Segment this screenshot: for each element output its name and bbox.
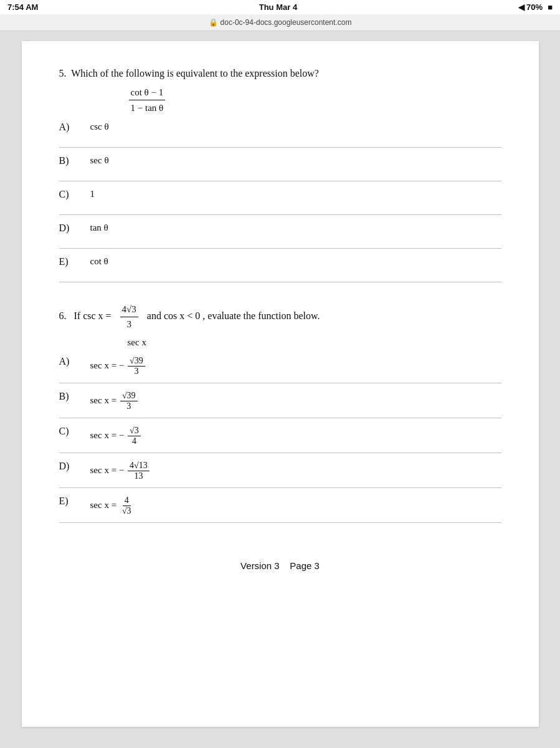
url-text: doc-0c-94-docs.googleusercontent.com [221, 18, 352, 27]
q6-option-d: D) sec x = − 4√13 13 [59, 459, 501, 488]
question-5-block: 5. Which of the following is equivalent … [59, 66, 501, 282]
question-6-intro: If csc x = [74, 310, 112, 321]
status-time: 7:54 AM [7, 2, 38, 12]
q6-label-b: B) [59, 390, 90, 402]
lock-icon: 🔒 [209, 18, 218, 27]
browser-bar: 🔒 doc-0c-94-docs.googleusercontent.com [0, 14, 560, 31]
q6-option-c: C) sec x = − √3 4 [59, 424, 501, 453]
q5-denominator: 1 − tan θ [129, 100, 166, 115]
q5-label-b: B) [59, 154, 90, 166]
q6e-num: 4 [123, 496, 131, 506]
q6-content-e: sec x = 4 √3 [90, 494, 135, 516]
q6-csc-num: 4√3 [120, 302, 138, 317]
status-day: Thu Mar 4 [259, 2, 297, 12]
q5-label-e: E) [59, 255, 90, 267]
q6-content-c: sec x = − √3 4 [90, 424, 142, 446]
q6e-den: √3 [120, 506, 133, 516]
footer-page: Page 3 [290, 560, 320, 571]
q6a-num: √39 [128, 356, 145, 367]
question-6-condition: and cos x < 0 , evaluate the function be… [147, 310, 320, 321]
q6c-den: 4 [130, 436, 138, 446]
q5-label-d: D) [59, 221, 90, 234]
q5-label-a: A) [59, 120, 90, 133]
q5-content-b: sec θ [90, 154, 109, 166]
q6-content-d: sec x = − 4√13 13 [90, 459, 151, 481]
status-bar: 7:54 AM Thu Mar 4 ◀ 70% ■ [0, 0, 560, 14]
signal-icon: ◀ 70% [518, 2, 543, 12]
footer: Version 3 Page 3 [59, 560, 501, 571]
q5-option-a: A) csc θ [59, 120, 501, 148]
question-5-options: A) csc θ B) sec θ C) 1 D) tan θ E) cot θ [59, 120, 501, 282]
q5-numerator: cot θ − 1 [129, 85, 166, 100]
question-6-function: sec x [128, 335, 501, 350]
q6-option-e: E) sec x = 4 √3 [59, 494, 501, 523]
q6-label-d: D) [59, 459, 90, 472]
question-6-options: A) sec x = − √39 3 B) sec x = √39 3 [59, 355, 501, 523]
q5-content-d: tan θ [90, 221, 108, 233]
q6-option-b: B) sec x = √39 3 [59, 390, 501, 418]
q5-option-d: D) tan θ [59, 221, 501, 249]
q5-content-e: cot θ [90, 255, 108, 267]
page-container: 5. Which of the following is equivalent … [22, 41, 539, 727]
footer-version: Version 3 [240, 560, 280, 571]
battery-icon: ■ [548, 2, 553, 12]
q6-function-label: sec x [128, 337, 146, 347]
q5-label-c: C) [59, 188, 90, 200]
question-5-expression: cot θ − 1 1 − tan θ [128, 85, 501, 115]
q6b-den: 3 [125, 401, 133, 411]
q6-label-e: E) [59, 494, 90, 507]
question-6-title: 6. If csc x = 4√3 3 and cos x < 0 , eval… [59, 302, 501, 331]
q5-content-a: csc θ [90, 120, 109, 132]
q5-option-c: C) 1 [59, 188, 501, 215]
q6-content-b: sec x = √39 3 [90, 390, 139, 411]
q6d-den: 13 [132, 471, 145, 481]
q6c-num: √3 [128, 426, 141, 436]
q6a-den: 3 [132, 367, 140, 376]
status-right: ◀ 70% ■ [518, 2, 553, 12]
question-6-number: 6. [59, 310, 67, 321]
q6-csc-den: 3 [125, 317, 133, 332]
q6d-num: 4√13 [128, 461, 149, 471]
question-5-text: Which of the following is equivalent to … [71, 68, 319, 79]
question-6-block: 6. If csc x = 4√3 3 and cos x < 0 , eval… [59, 302, 501, 523]
q6-option-a: A) sec x = − √39 3 [59, 355, 501, 383]
question-5-number: 5. [59, 68, 67, 79]
q6-label-a: A) [59, 355, 90, 367]
q6b-num: √39 [120, 391, 138, 401]
q5-option-b: B) sec θ [59, 154, 501, 181]
q6-label-c: C) [59, 424, 90, 437]
q6-content-a: sec x = − √39 3 [90, 355, 146, 376]
q5-option-e: E) cot θ [59, 255, 501, 282]
question-5-title: 5. Which of the following is equivalent … [59, 66, 501, 81]
q5-content-c: 1 [90, 188, 95, 199]
